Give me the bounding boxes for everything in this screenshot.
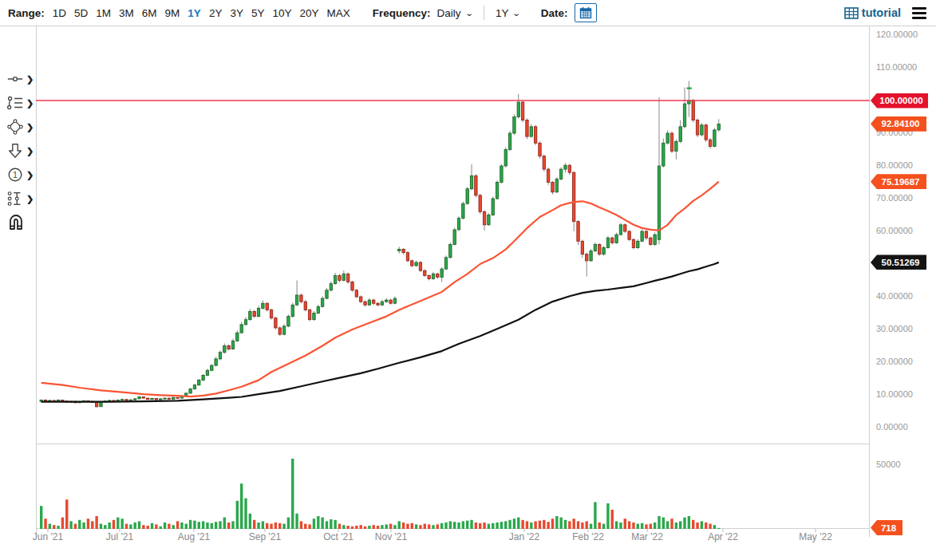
candle-body: [125, 400, 128, 401]
candle-body: [679, 127, 681, 141]
volume-bar: [330, 519, 332, 529]
range-option-3m[interactable]: 3M: [119, 7, 134, 19]
time-axis[interactable]: Jun '21Jul '21Aug '21Sep '21Oct '21Nov '…: [36, 531, 870, 547]
volume-bar: [406, 524, 409, 529]
range-option-1d[interactable]: 1D: [53, 7, 66, 19]
range-option-9m[interactable]: 9M: [165, 7, 180, 19]
range-option-20y[interactable]: 20Y: [299, 7, 318, 19]
arrow-annotation-tool[interactable]: ❯: [6, 140, 35, 161]
svg-text:1: 1: [13, 171, 18, 179]
volume-bar: [151, 523, 153, 529]
volume-bar: [270, 524, 272, 529]
pattern-list-tool[interactable]: ❯: [6, 93, 35, 113]
volume-bar: [274, 523, 277, 529]
volume-bar: [231, 521, 234, 529]
candle-body: [488, 215, 490, 225]
range-option-6m[interactable]: 6M: [142, 7, 157, 19]
time-tick-label: Mar '22: [631, 531, 663, 542]
candle-body: [176, 397, 179, 398]
toolbar-header: Range: 1D5D1M3M6M9M1Y2Y3Y5Y10Y20YMAX Fre…: [0, 0, 936, 26]
frequency-dropdown[interactable]: Daily ⌄: [437, 7, 472, 19]
candle-body: [398, 250, 401, 251]
volume-bar: [573, 519, 575, 529]
volume-bar: [53, 525, 55, 529]
period-dropdown[interactable]: 1Y ⌄: [496, 7, 520, 19]
volume-bar: [628, 521, 630, 529]
volume-bar: [295, 514, 298, 529]
ma-slow-black-line: [41, 262, 719, 402]
candle-body: [701, 125, 703, 135]
candle-body: [266, 303, 268, 310]
volume-bar: [381, 525, 383, 529]
price-tick-label: 80.00000: [876, 160, 913, 170]
range-option-5d[interactable]: 5D: [74, 7, 88, 19]
tutorial-logo[interactable]: tutorial: [844, 6, 901, 19]
candle-body: [411, 261, 413, 266]
volume-bar: [449, 521, 452, 529]
candle-body: [470, 175, 472, 188]
range-option-2y[interactable]: 2Y: [209, 7, 223, 19]
range-option-10y[interactable]: 10Y: [272, 7, 291, 19]
candle-body: [346, 274, 349, 282]
volume-bar: [504, 521, 507, 529]
levels-icon: [6, 190, 24, 207]
candle-body: [432, 274, 434, 278]
volume-bar: [559, 518, 562, 529]
price-tick-label: 30.00000: [876, 324, 913, 333]
volume-bar: [581, 523, 583, 529]
candle-body: [534, 127, 536, 144]
magnet-snap-tool[interactable]: [6, 212, 35, 233]
range-option-max[interactable]: MAX: [326, 7, 350, 19]
volume-bar: [129, 524, 132, 529]
candle-body: [632, 239, 634, 247]
date-picker-button[interactable]: [575, 3, 597, 22]
candle-body: [253, 311, 255, 316]
candle-body: [717, 124, 720, 130]
candle-body: [551, 183, 554, 192]
range-option-1m[interactable]: 1M: [96, 7, 111, 19]
price-tick-label: 0.00000: [876, 422, 908, 432]
segment-line-tool[interactable]: ❯: [6, 69, 35, 89]
candle-body: [696, 120, 698, 135]
candle-body: [381, 302, 383, 305]
candle-body: [641, 231, 643, 241]
price-tick-label: 40.00000: [876, 291, 913, 301]
time-tick-label: May '22: [799, 531, 832, 542]
number-callout-tool[interactable]: 1 ❯: [6, 164, 35, 185]
price-chart[interactable]: [36, 26, 870, 537]
volume-bar: [266, 523, 268, 529]
candle-body: [262, 303, 264, 308]
volume-bar: [624, 519, 626, 529]
volume-bar: [91, 521, 93, 529]
volume-bar: [100, 524, 102, 529]
volume-bar: [436, 524, 439, 529]
range-option-5y[interactable]: 5Y: [251, 7, 265, 19]
volume-bar: [666, 521, 669, 529]
volume-bar: [377, 526, 379, 529]
levels-tool[interactable]: ❯: [6, 188, 35, 209]
candle-body: [457, 219, 460, 230]
candle-body: [202, 375, 204, 380]
shape-polygon-tool[interactable]: ❯: [6, 116, 35, 137]
volume-bar: [662, 518, 665, 529]
candle-body: [692, 101, 694, 120]
candle-body: [351, 282, 353, 290]
candle-body: [581, 241, 583, 254]
volume-bar: [590, 524, 592, 529]
candle-body: [231, 341, 234, 349]
volume-bar: [346, 526, 349, 529]
volume-bar: [598, 523, 601, 529]
chart-area[interactable]: [36, 26, 870, 537]
price-axis[interactable]: 120.00000110.00000100.0000090.0000080.00…: [870, 26, 936, 560]
hamburger-menu-icon[interactable]: [910, 6, 928, 21]
volume-bar: [287, 518, 290, 529]
volume-bar: [249, 514, 251, 529]
candle-body: [219, 353, 221, 359]
candle-body: [709, 140, 711, 146]
candle-body: [257, 308, 259, 316]
range-option-1y[interactable]: 1Y: [188, 7, 201, 19]
volume-bar: [147, 526, 149, 529]
candle-body: [270, 310, 272, 317]
shape-polygon-icon: [6, 118, 24, 136]
range-option-3y[interactable]: 3Y: [230, 7, 243, 19]
